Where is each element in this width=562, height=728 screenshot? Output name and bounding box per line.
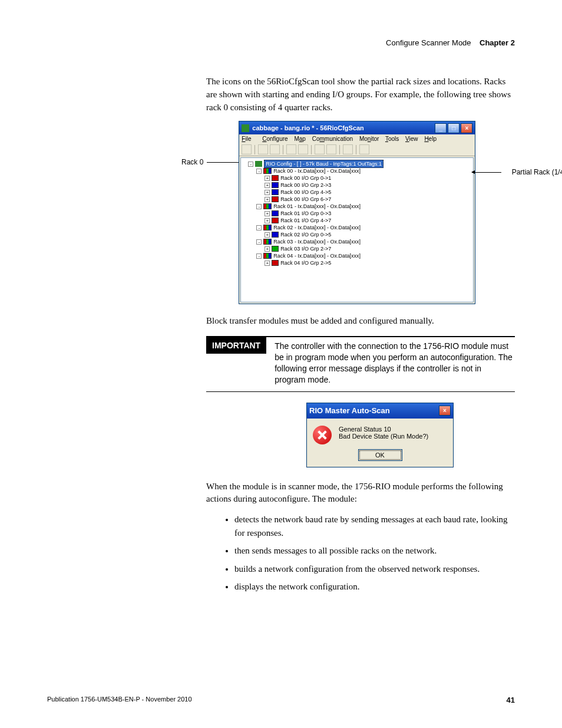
expand-icon[interactable]: + bbox=[265, 261, 270, 266]
ok-button[interactable]: OK bbox=[358, 449, 402, 461]
minimize-button[interactable]: _ bbox=[435, 123, 447, 133]
tree-node-label: Rack 00 I/O Grp 6->7 bbox=[280, 196, 331, 203]
tree-node[interactable]: +Rack 03 I/O Grp 2->7 bbox=[242, 245, 472, 252]
io-group-icon bbox=[272, 189, 279, 195]
publication-id: Publication 1756-UM534B-EN-P - November … bbox=[47, 696, 192, 704]
tree-node-label: Rack 00 I/O Grp 0->1 bbox=[280, 174, 331, 182]
toolbar-help-icon[interactable] bbox=[359, 144, 369, 154]
tree-node[interactable]: -Rack 03 - Ix.Data[xxx] - Ox.Data[xxx] bbox=[242, 238, 472, 245]
expand-icon[interactable]: + bbox=[265, 197, 270, 202]
rack-icon bbox=[263, 168, 272, 174]
tree-node[interactable]: -Rack 02 - Ix.Data[xxx] - Ox.Data[xxx] bbox=[242, 224, 472, 231]
tree-node[interactable]: +Rack 01 I/O Grp 0->3 bbox=[242, 210, 472, 217]
tree-root[interactable]: - RIO Config - [ ] - 57k Baud - InpTags:… bbox=[242, 160, 472, 167]
toolbar-btn-4[interactable] bbox=[286, 144, 296, 154]
expand-icon[interactable]: + bbox=[265, 183, 270, 188]
tree-node[interactable]: -Rack 00 - Ix.Data[xxx] - Ox.Data[xxx] bbox=[242, 167, 472, 174]
expand-icon[interactable]: - bbox=[256, 253, 262, 259]
tree-node[interactable]: +Rack 02 I/O Grp 0->5 bbox=[242, 231, 472, 238]
tree-node[interactable]: +Rack 00 I/O Grp 6->7 bbox=[242, 196, 472, 203]
tree-node[interactable]: +Rack 00 I/O Grp 2->3 bbox=[242, 182, 472, 189]
menu-configure[interactable]: Configure bbox=[262, 136, 287, 142]
error-dialog: RIO Master Auto-Scan × General Status 10… bbox=[306, 403, 454, 467]
expand-icon[interactable]: + bbox=[265, 176, 270, 181]
header-section: Configure Scanner Mode bbox=[386, 38, 471, 47]
expand-icon[interactable]: - bbox=[256, 204, 262, 209]
callout-rack0: Rack 0 bbox=[181, 158, 203, 166]
list-item: builds a network configuration from the … bbox=[234, 562, 515, 576]
dialog-close-button[interactable]: × bbox=[439, 406, 451, 416]
menu-map[interactable]: Map bbox=[294, 136, 305, 142]
rack-icon bbox=[263, 239, 272, 245]
tree-node[interactable]: -Rack 04 - Ix.Data[xxx] - Ox.Data[xxx] bbox=[242, 252, 472, 259]
expand-icon[interactable]: + bbox=[265, 190, 270, 195]
io-group-icon bbox=[272, 175, 279, 181]
io-group-icon bbox=[272, 260, 279, 266]
menu-communication[interactable]: Communication bbox=[312, 136, 353, 142]
expand-icon[interactable]: - bbox=[256, 239, 262, 245]
dialog-title: RIO Master Auto-Scan bbox=[309, 406, 390, 415]
menu-tools[interactable]: Tools bbox=[385, 136, 399, 142]
figure-treeview: Rack 0 cabbage - bang.rio * - 56RioCfgSc… bbox=[181, 121, 515, 304]
tree-node-label: Rack 03 - Ix.Data[xxx] - Ox.Data[xxx] bbox=[273, 238, 361, 245]
io-group-icon bbox=[272, 196, 279, 202]
maximize-button[interactable]: □ bbox=[448, 123, 459, 133]
important-box: IMPORTANT The controller with the connec… bbox=[206, 336, 515, 392]
toolbar bbox=[239, 143, 475, 156]
toolbar-btn-7[interactable] bbox=[326, 144, 336, 154]
page-footer: Publication 1756-UM534B-EN-P - November … bbox=[47, 696, 515, 704]
toolbar-btn-6[interactable] bbox=[315, 144, 325, 154]
tree-root-label[interactable]: RIO Config - [ ] - 57k Baud - InpTags:1 … bbox=[264, 160, 384, 168]
tree-node-label: Rack 01 I/O Grp 4->7 bbox=[280, 217, 331, 224]
expand-icon[interactable]: + bbox=[265, 218, 270, 223]
toolbar-btn-2[interactable] bbox=[258, 144, 268, 154]
tree-node-label: Rack 00 - Ix.Data[xxx] - Ox.Data[xxx] bbox=[273, 167, 361, 174]
menu-monitor[interactable]: Monitor bbox=[359, 136, 379, 142]
callout-line bbox=[207, 162, 239, 163]
toolbar-btn-5[interactable] bbox=[298, 144, 308, 154]
tree-node[interactable]: +Rack 00 I/O Grp 4->5 bbox=[242, 189, 472, 196]
dialog-titlebar[interactable]: RIO Master Auto-Scan × bbox=[307, 403, 453, 419]
expand-icon[interactable]: - bbox=[256, 169, 262, 174]
tree-node-label: Rack 01 I/O Grp 0->3 bbox=[280, 210, 331, 217]
expand-icon[interactable]: + bbox=[265, 211, 270, 216]
callout-partial-rack: Partial Rack (1/4 rack) bbox=[472, 168, 562, 176]
toolbar-btn-3[interactable] bbox=[270, 144, 280, 154]
list-item: then sends messages to all possible rack… bbox=[234, 544, 515, 558]
menu-file[interactable]: File bbox=[242, 136, 256, 142]
tree-node-label: Rack 04 - Ix.Data[xxx] - Ox.Data[xxx] bbox=[273, 252, 361, 259]
expand-icon[interactable]: - bbox=[256, 225, 262, 230]
menu-view[interactable]: View bbox=[405, 136, 418, 142]
menu-help[interactable]: Help bbox=[424, 136, 437, 142]
titlebar[interactable]: cabbage - bang.rio * - 56RioCfgScan _ □ … bbox=[239, 121, 475, 134]
page-number: 41 bbox=[507, 696, 515, 704]
toolbar-btn-8[interactable] bbox=[343, 144, 353, 154]
tree-node-label: Rack 01 - Ix.Data[xxx] - Ox.Data[xxx] bbox=[273, 203, 361, 210]
list-item: detects the network baud rate by sending… bbox=[234, 513, 515, 539]
rack-icon bbox=[263, 203, 272, 209]
tree-node-label: Rack 02 I/O Grp 0->5 bbox=[280, 231, 331, 238]
tree-node[interactable]: +Rack 00 I/O Grp 0->1 bbox=[242, 174, 472, 182]
close-button[interactable]: × bbox=[461, 123, 472, 133]
tree-node[interactable]: -Rack 01 - Ix.Data[xxx] - Ox.Data[xxx] bbox=[242, 203, 472, 210]
tree-node[interactable]: +Rack 04 I/O Grp 2->5 bbox=[242, 259, 472, 266]
io-group-icon bbox=[272, 210, 279, 216]
io-group-icon bbox=[272, 182, 279, 188]
block-transfer-paragraph: Block transfer modules must be added and… bbox=[206, 315, 515, 328]
tree-node-label: Rack 00 I/O Grp 2->3 bbox=[280, 182, 331, 189]
expand-icon[interactable]: + bbox=[265, 232, 270, 238]
tree-view[interactable]: - RIO Config - [ ] - 57k Baud - InpTags:… bbox=[240, 157, 474, 302]
io-group-icon bbox=[272, 246, 279, 252]
page-header: Configure Scanner Mode Chapter 2 bbox=[47, 38, 515, 47]
header-chapter: Chapter 2 bbox=[480, 38, 515, 47]
toolbar-save-icon[interactable] bbox=[242, 144, 252, 154]
tree-node-label: Rack 03 I/O Grp 2->7 bbox=[280, 245, 331, 252]
io-group-icon bbox=[272, 232, 279, 238]
important-label: IMPORTANT bbox=[206, 337, 266, 354]
tree-node[interactable]: +Rack 01 I/O Grp 4->7 bbox=[242, 217, 472, 224]
list-item: displays the network configuration. bbox=[234, 580, 515, 594]
scanner-mode-paragraph: When the module is in scanner mode, the … bbox=[206, 480, 515, 506]
tree-node-label: Rack 00 I/O Grp 4->5 bbox=[280, 189, 331, 196]
expand-icon[interactable]: + bbox=[265, 246, 270, 252]
expand-icon[interactable]: - bbox=[248, 162, 253, 167]
